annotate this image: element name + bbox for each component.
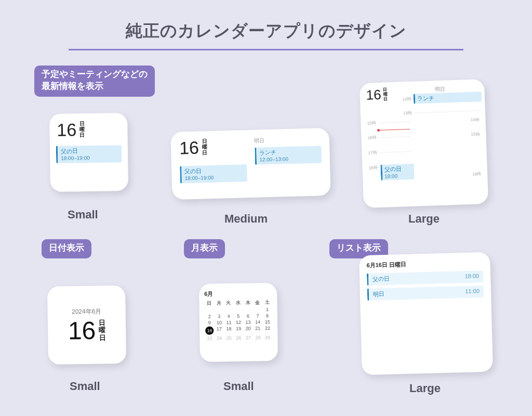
badge-date: 日付表示 (42, 239, 91, 258)
hour-15b: 15時 (471, 132, 480, 138)
widget-list-large[interactable]: 6月16日 日曜日 父の日18:00 明日11:00 (359, 252, 493, 375)
month-year: 2024年6月 (68, 307, 105, 316)
widget-upnext-medium[interactable]: 16 日曜日 父の日 18:00–19:00 明日 ランチ 12:00–13:0… (170, 128, 330, 200)
size-label-small-3: Small (223, 380, 254, 393)
widget-date-small[interactable]: 2024年6月 16 日曜日 (47, 285, 126, 365)
badge-upnext: 予定やミーティングなどの 最新情報を表示 (34, 66, 155, 97)
day-name: 日曜日 (99, 319, 106, 342)
hour-17: 17時 (368, 150, 377, 157)
event-lunch: ランチ 12:00–13:00 (255, 146, 322, 164)
size-label-small-1: Small (68, 208, 98, 222)
today-marker: 16 (205, 327, 214, 335)
hour-12: 12時 (403, 96, 411, 102)
widget-upnext-large[interactable]: 16 日曜日 明日 12時 ランチ 13時 15時 (360, 79, 488, 208)
widget-upnext-small[interactable]: 16 日曜日 父の日 18:00–19:00 (49, 113, 128, 192)
list-event-tomorrow: 明日11:00 (367, 285, 484, 301)
hour-14: 14時 (470, 117, 479, 123)
size-label-medium: Medium (224, 212, 268, 226)
list-event-fathersday: 父の日18:00 (367, 270, 484, 285)
day-number: 16 (57, 121, 76, 139)
hour-15: 15時 (367, 121, 376, 127)
hour-13: 13時 (403, 110, 412, 116)
day-number: 16 (68, 318, 96, 343)
tomorrow-label: 明日 (254, 135, 321, 144)
event-fathersday: 父の日 18:00 (380, 164, 414, 180)
day-number: 16 (179, 139, 200, 157)
size-label-small-2: Small (70, 380, 100, 393)
month-dow-header: 日月火水木金土 (204, 299, 272, 307)
now-indicator (379, 129, 410, 131)
size-label-large-2: Large (409, 382, 441, 395)
page-title: 純正のカレンダーアプリのデザイン (0, 20, 532, 43)
widget-month-small[interactable]: 6月 日月火水木金土 1 2345678 9101112131415 16171… (199, 283, 278, 362)
event-lunch: ランチ (414, 92, 482, 104)
month-grid: 1 2345678 9101112131415 16171819202122 2… (205, 307, 273, 341)
hour-16b: 16時 (472, 172, 481, 178)
day-name: 日曜日 (202, 138, 208, 155)
day-name: 日曜日 (383, 87, 388, 101)
list-header: 6月16日 日曜日 (366, 258, 483, 269)
event-fathersday: 父の日 18:00–19:00 (180, 164, 247, 183)
event-fathersday: 父の日 18:00–19:00 (56, 145, 122, 163)
day-number: 16 (366, 88, 381, 102)
day-name: 日曜日 (79, 121, 85, 138)
title-underline (69, 49, 463, 50)
hour-16: 16時 (367, 135, 376, 141)
badge-month: 月表示 (184, 239, 225, 258)
month-label: 6月 (204, 289, 272, 298)
size-label-large-1: Large (408, 212, 440, 226)
hour-18: 18時 (368, 165, 377, 172)
